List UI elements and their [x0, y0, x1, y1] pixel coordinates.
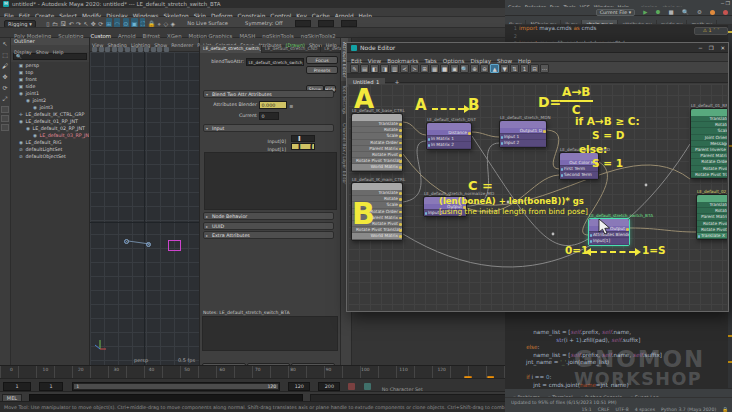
tool-icon[interactable]: ⟳: [0, 82, 10, 93]
node-editor-toolbar-icon[interactable]: ✎: [350, 64, 359, 73]
outliner-item[interactable]: ◉ LE_default_01_RP_JNT: [11, 118, 89, 125]
outliner-item[interactable]: ▣ front: [11, 76, 89, 83]
node-name-field[interactable]: LE_default_stretch_switch_BTA: [246, 58, 304, 66]
collapsed-section-header[interactable]: Node Behavior: [203, 212, 334, 220]
shelf-icon[interactable]: ⊞: [106, 18, 112, 28]
node-editor-toolbar-icon[interactable]: ⊖: [480, 64, 489, 73]
node-attribute-row[interactable]: Second Term: [560, 172, 598, 178]
node-header[interactable]: [697, 195, 727, 202]
outliner-item[interactable]: ◉ LE_default_RIG: [11, 139, 89, 146]
tool-icon[interactable]: ⤢: [0, 93, 10, 104]
menuset-dropdown[interactable]: Rigging ▾: [4, 20, 36, 28]
shelf-icon[interactable]: ↷: [76, 18, 81, 28]
shelf-icon[interactable]: ↶: [69, 18, 74, 28]
anim-prefs-icon[interactable]: [364, 383, 371, 390]
node-editor-toolbar-icon[interactable]: ⊞: [420, 64, 429, 73]
auto-key-icon[interactable]: [348, 383, 355, 390]
node-attribute-row[interactable]: Input[1]: [589, 238, 629, 244]
outliner-item[interactable]: ▣ top: [11, 69, 89, 76]
inspection-widget[interactable]: ⚠ 1 ˄ ˅: [694, 27, 728, 35]
outliner-menu-item[interactable]: Help: [53, 49, 64, 56]
shelf-icon[interactable]: ▯: [46, 18, 49, 28]
quick-layout-button[interactable]: [1, 106, 9, 113]
coord-y-field[interactable]: [318, 20, 334, 27]
attribute-editor-tab[interactable]: LE_default_stretch_switch_BTA: [200, 45, 262, 53]
range-slider-bar[interactable]: 1 120: [74, 384, 278, 389]
node-graph-canvas[interactable]: LE_default_IK_base_CTRL TranslateRotateS…: [348, 84, 727, 310]
node-editor-toolbar-icon[interactable]: 1: [520, 64, 529, 73]
outliner-item[interactable]: ◉ joint2: [11, 97, 89, 104]
code-editor-bottom[interactable]: name_list = [self.prefix, self.name, str…: [505, 312, 732, 388]
node-editor-toolbar-icon[interactable]: ⊟: [530, 64, 539, 73]
time-slider[interactable]: 0102030405060708090100110120 ⏮⏪◀▶⏩⏭: [0, 365, 505, 378]
tool-icon[interactable]: ✥: [0, 71, 10, 82]
node-attribute-row[interactable]: Input 2: [500, 140, 546, 146]
close-icon[interactable]: ✕: [720, 45, 725, 51]
tool-icon[interactable]: ⬚: [0, 49, 10, 60]
collapsed-section-header[interactable]: UUID: [203, 222, 334, 230]
status-info-item[interactable]: CRLF: [598, 406, 610, 412]
outliner-item[interactable]: ▣ side: [11, 83, 89, 90]
node-editor-toolbar-icon[interactable]: ⋯: [540, 64, 549, 73]
outliner-item[interactable]: ◉ LE_default_02_RP_JNT: [11, 125, 89, 132]
node-editor-toolbar-icon[interactable]: ⇅: [510, 64, 519, 73]
node-editor-toolbar-icon[interactable]: 🔍: [460, 64, 469, 73]
input-value-field[interactable]: 1.004: [291, 143, 315, 150]
anim-end-field[interactable]: 200: [318, 382, 340, 391]
outliner-item[interactable]: ✛ LE_default_IK_CTRL_GRP: [11, 111, 89, 118]
status-info-item[interactable]: 🔒: [722, 406, 728, 412]
node-editor-toolbar-icon[interactable]: ◧: [370, 64, 379, 73]
minimize-icon[interactable]: ─: [699, 45, 702, 51]
node-editor-title-bar[interactable]: Node Editor ─ ❐ ✕: [347, 43, 728, 53]
coord-z-field[interactable]: [341, 20, 357, 27]
node-editor-toolbar-icon[interactable]: ▣: [450, 64, 459, 73]
shelf-icon[interactable]: ⛶: [140, 18, 145, 28]
status-info-item[interactable]: UTF-8: [615, 406, 628, 412]
outliner-menu-item[interactable]: Show: [36, 49, 49, 56]
notes-area[interactable]: [202, 316, 338, 351]
node-editor-toolbar-icon[interactable]: ≺: [400, 64, 409, 73]
attribute-editor-tab[interactable]: LE_default_stretch_CND: [262, 45, 321, 53]
node-ik-base-ctrl[interactable]: LE_default_IK_base_CTRL TranslateRotateS…: [351, 113, 403, 172]
minimize-icon[interactable]: ─: [721, 0, 724, 6]
joint-marker[interactable]: ✕: [124, 239, 129, 244]
node-editor-toolbar-icon[interactable]: ▦: [430, 64, 439, 73]
node-attribute-row[interactable]: World Matrix: [352, 233, 402, 239]
shelf-icon[interactable]: ⊙: [123, 18, 129, 28]
connection-icon[interactable]: ▪: [289, 102, 293, 109]
focus-button[interactable]: Focus: [306, 56, 338, 64]
node-header[interactable]: [352, 114, 402, 121]
node-editor-toolbar-icon[interactable]: ⊕: [470, 64, 479, 73]
no-live-surface-label[interactable]: No Live Surface: [187, 18, 228, 28]
outliner-item[interactable]: ⊘ defaultLightSet: [11, 146, 89, 153]
outliner-item[interactable]: ◉ joint3: [11, 104, 89, 111]
node-editor-toolbar-icon[interactable]: ▥: [390, 64, 399, 73]
node-editor-toolbar-icon[interactable]: ▤: [360, 64, 369, 73]
section-input[interactable]: Input: [203, 124, 334, 132]
shelf-icon[interactable]: 🗀: [52, 18, 58, 28]
node-editor-toolbar-icon[interactable]: ≻: [410, 64, 419, 73]
node-editor-toolbar-icon[interactable]: ▲: [490, 64, 499, 73]
node-header[interactable]: [352, 183, 402, 190]
node-joint-01[interactable]: LE_default_01_RP_JNT TranslateRotateScal…: [690, 108, 727, 179]
viewport-menu-item[interactable]: Renderer: [171, 42, 193, 49]
collapsed-section-header[interactable]: Extra Attributes: [203, 231, 334, 239]
blender-value-field[interactable]: 0.000: [259, 101, 287, 109]
node-multiply-divide[interactable]: LE_default_stretch_MDN Output1 DInput 1I…: [499, 120, 547, 148]
section-blend-two-attr[interactable]: Blend Two Attr Attributes: [203, 90, 334, 98]
tool-icon[interactable]: 🖌: [0, 60, 10, 71]
coord-x-field[interactable]: [295, 20, 311, 27]
shelf-icon[interactable]: ⟳: [98, 18, 103, 28]
outliner-item[interactable]: ⊘ defaultObjectSet: [11, 153, 89, 160]
status-info-item[interactable]: Python 3.7 (Maya 2020): [661, 406, 716, 412]
quick-layout-button[interactable]: [1, 115, 9, 122]
maximize-icon[interactable]: ❐: [709, 45, 714, 51]
shelf-icon[interactable]: ◈: [170, 18, 175, 28]
node-editor-toolbar-icon[interactable]: ■: [440, 64, 449, 73]
shelf-icon[interactable]: ✥: [91, 18, 96, 28]
maya-title-bar[interactable]: Muntitled* - Autodesk Maya 2020: untitle…: [0, 0, 505, 8]
quick-layout-button[interactable]: [1, 124, 9, 131]
node-distance[interactable]: LE_default_stretch_DST DistanceIn Matrix…: [426, 122, 472, 150]
avatar[interactable]: [710, 10, 715, 15]
outliner-item[interactable]: ◉ joint1: [11, 90, 89, 97]
